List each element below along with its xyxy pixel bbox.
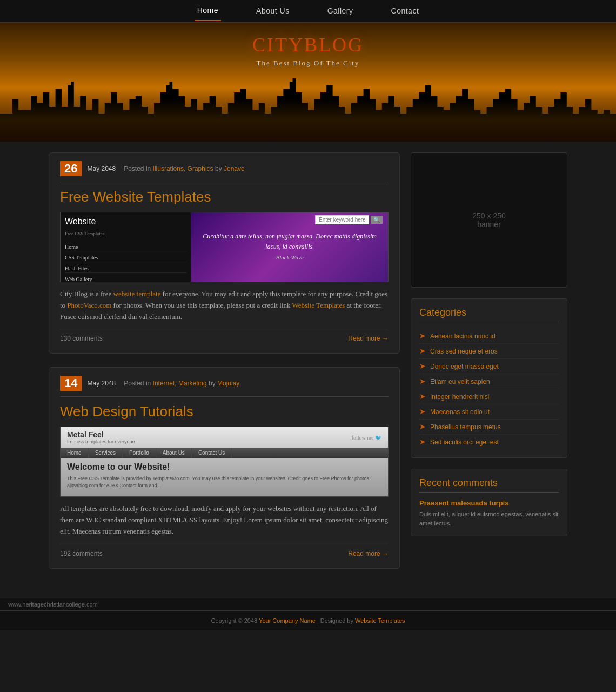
post-2-cat1[interactable]: Internet [153, 380, 175, 387]
sidebar-banner-text: 250 x 250 banner [472, 211, 506, 229]
category-link-6[interactable]: Maecenas sit odio ut [430, 408, 490, 416]
post1-menu-3: Flash Files [65, 264, 186, 273]
arrow-icon: ➤ [419, 362, 426, 371]
footer-copyright: Copyright © 2048 [211, 617, 257, 624]
post-2-footer: 192 comments Read more [60, 544, 389, 557]
post-2-cat2[interactable]: Marketing [178, 380, 207, 387]
category-link-5[interactable]: Integer hendrerit nisi [430, 393, 489, 401]
post2-template-subtitle: free css templates for everyone [67, 439, 135, 444]
post-2-content: All templates are absolutely free to dow… [60, 503, 389, 537]
category-link-8[interactable]: Sed iaculis orci eget est [430, 438, 499, 446]
post2-welcome: Welcome to our Website! [67, 462, 381, 472]
post-2-title: Web Design Tutorials [60, 403, 389, 420]
post1-search-bar: 🔍 [315, 215, 383, 224]
category-item: ➤Sed iaculis orci eget est [419, 435, 559, 449]
category-link-2[interactable]: Cras sed neque et eros [430, 348, 498, 355]
post-1-image-left: Website Free CSS Templates Home CSS Temp… [61, 212, 191, 282]
post-1-content: City Blog is a free website template for… [60, 289, 389, 322]
categories-widget: Categories ➤Aenean lacinia nunc id ➤Cras… [411, 298, 567, 458]
post-2: 14 May 2048 Posted in Internet, Marketin… [49, 367, 400, 568]
post-1-read-more[interactable]: Read more [348, 335, 389, 342]
post1-search-button[interactable]: 🔍 [371, 216, 383, 224]
post1-menu-2: CSS Templates [65, 254, 186, 262]
post-2-meta: Posted in Internet, Marketing by Mojolay [124, 380, 239, 387]
post1-menu-1: Home [65, 243, 186, 251]
sidebar: 250 x 250 banner Categories ➤Aenean laci… [411, 152, 567, 582]
post-2-day: 14 [60, 376, 82, 391]
post-2-image: Metal Feel free css templates for everyo… [60, 427, 389, 497]
post1-search-input[interactable] [315, 215, 369, 224]
post-2-comments: 192 comments [60, 550, 103, 557]
post-1-meta: Posted in Illusrations, Graphics by Jena… [124, 165, 244, 172]
recent-comments-title: Recent comments [419, 477, 559, 493]
post-2-meta-bar: 14 May 2048 Posted in Internet, Marketin… [60, 376, 389, 397]
post1-link-photovaco[interactable]: PhotoVaco.com [67, 301, 111, 309]
footer-company-link[interactable]: Your Company Name [259, 617, 316, 624]
category-item: ➤Etiam eu velit sapien [419, 374, 559, 389]
site-title: CITYBLOG [252, 34, 364, 56]
footer-designed-by: Designed by [320, 617, 353, 624]
recent-comments-widget: Recent comments Praesent malesuada turpi… [411, 469, 567, 536]
post-1-cat1[interactable]: Illusrations [153, 165, 184, 172]
arrow-icon: ➤ [419, 437, 426, 447]
post-2-month: May 2048 [87, 380, 116, 387]
category-item: ➤Donec eget massa eget [419, 359, 559, 374]
category-item: ➤Cras sed neque et eros [419, 344, 559, 359]
footer-template-link[interactable]: Website Templates [355, 617, 405, 624]
arrow-icon: ➤ [419, 331, 426, 341]
category-item: ➤Maecenas sit odio ut [419, 404, 559, 420]
category-link-1[interactable]: Aenean lacinia nunc id [430, 332, 496, 340]
post2-image-body: Welcome to our Website! This Free CSS Te… [61, 458, 388, 496]
arrow-icon: ➤ [419, 347, 426, 356]
post1-website-title: Website [65, 217, 186, 227]
post-1-title: Free Website Templates [60, 189, 389, 205]
post-1-day: 26 [60, 161, 82, 176]
arrow-icon: ➤ [419, 422, 426, 431]
post2-follow-icon: follow me 🐦 [352, 435, 381, 441]
recent-comment-title: Praesent malesuada turpis [419, 499, 559, 507]
category-item: ➤Phasellus tempus metus [419, 420, 559, 435]
category-link-7[interactable]: Phasellus tempus metus [430, 423, 501, 431]
post1-quote: Curabitur a ante tellus, non feugiat mas… [199, 231, 380, 263]
post-1-author[interactable]: Jenave [224, 165, 245, 172]
post-1: 26 May 2048 Posted in Illusrations, Grap… [49, 152, 400, 354]
post1-link-template[interactable]: website template [113, 290, 161, 298]
post2-template-title: Metal Feel [67, 430, 135, 439]
category-link-4[interactable]: Etiam eu velit sapien [430, 378, 490, 385]
post2-image-nav: Home Services Portfolio About Us Contact… [61, 448, 388, 458]
post-1-comments: 130 comments [60, 335, 103, 342]
main-content: 26 May 2048 Posted in Illusrations, Grap… [49, 152, 400, 582]
category-item: ➤Aenean lacinia nunc id [419, 329, 559, 344]
post1-website-subtitle: Free CSS Templates [65, 231, 186, 236]
footer-url: www.heritagechristiancollege.com [0, 598, 616, 610]
page-wrapper: 26 May 2048 Posted in Illusrations, Grap… [49, 142, 567, 598]
post1-link-websitetemplates[interactable]: Website Templates [292, 301, 345, 309]
nav-contact[interactable]: Contact [389, 1, 422, 21]
post2-image-header: Metal Feel free css templates for everyo… [61, 427, 388, 448]
arrow-icon: ➤ [419, 377, 426, 386]
footer: Copyright © 2048 Your Company Name | Des… [0, 610, 616, 630]
arrow-icon: ➤ [419, 392, 426, 401]
post-1-footer: 130 comments Read more [60, 329, 389, 342]
city-lights [0, 98, 616, 142]
arrow-icon: ➤ [419, 407, 426, 416]
category-link-3[interactable]: Donec eget massa eget [430, 363, 499, 370]
nav-home[interactable]: Home [195, 1, 221, 21]
post-1-cat2[interactable]: Graphics [188, 165, 213, 172]
post2-body-text: This Free CSS Template is provided by Te… [67, 475, 381, 489]
post-1-meta-bar: 26 May 2048 Posted in Illusrations, Grap… [60, 161, 389, 182]
site-subtitle: The Best Blog Of The City [257, 59, 360, 68]
post-2-author[interactable]: Mojolay [217, 380, 239, 387]
post-1-month: May 2048 [87, 165, 116, 172]
sidebar-banner: 250 x 250 banner [411, 152, 567, 288]
recent-comment-text: Duis mi elit, aliquet id euismod egestas… [419, 510, 559, 528]
nav-about[interactable]: About Us [253, 1, 292, 21]
site-url: www.heritagechristiancollege.com [8, 601, 98, 608]
site-header: CITYBLOG The Best Blog Of The City [0, 23, 616, 142]
categories-title: Categories [419, 307, 559, 322]
post-1-image: Website Free CSS Templates Home CSS Temp… [60, 212, 389, 282]
main-nav: Home About Us Gallery Contact [0, 0, 616, 23]
nav-gallery[interactable]: Gallery [325, 1, 356, 21]
post-2-read-more[interactable]: Read more [348, 550, 389, 557]
post1-menu-4: Web Gallery [65, 275, 186, 282]
